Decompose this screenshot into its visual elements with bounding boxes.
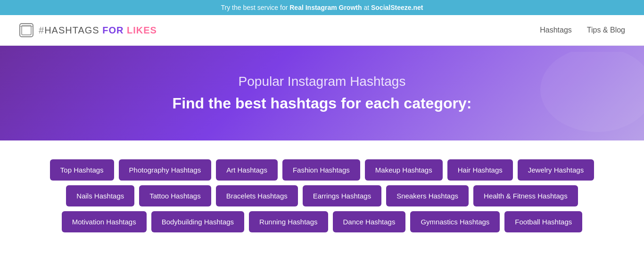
- category-button[interactable]: Dance Hashtags: [333, 211, 406, 232]
- category-button[interactable]: Photography Hashtags: [119, 159, 212, 181]
- category-button[interactable]: Tattoo Hashtags: [139, 185, 211, 206]
- logo-for: FOR: [102, 25, 127, 35]
- announcement-bar: Try the best service for Real Instagram …: [0, 0, 644, 15]
- logo-hash: #: [39, 25, 44, 35]
- category-button[interactable]: Football Hashtags: [504, 211, 582, 232]
- category-button[interactable]: Running Hashtags: [249, 211, 328, 232]
- category-button[interactable]: Motivation Hashtags: [62, 211, 147, 232]
- category-button[interactable]: Bracelets Hashtags: [216, 185, 298, 206]
- categories-grid: Top HashtagsPhotography HashtagsArt Hash…: [47, 159, 597, 232]
- nav-hashtags-link[interactable]: Hashtags: [540, 26, 572, 34]
- category-button[interactable]: Top Hashtags: [50, 159, 114, 181]
- category-button[interactable]: Nails Hashtags: [66, 185, 134, 206]
- svg-rect-1: [22, 25, 31, 35]
- announcement-text-middle: at: [362, 4, 371, 11]
- category-button[interactable]: Hair Hashtags: [447, 159, 513, 181]
- category-button[interactable]: Bodybuilding Hashtags: [151, 211, 244, 232]
- announcement-text-prefix: Try the best service for: [221, 4, 290, 11]
- logo-icon: [19, 23, 34, 38]
- logo[interactable]: #HASHTAGS FOR LIKES: [19, 23, 157, 38]
- category-button[interactable]: Sneakers Hashtags: [386, 185, 469, 206]
- logo-likes: LIKES: [127, 25, 157, 35]
- categories-section: Top HashtagsPhotography HashtagsArt Hash…: [0, 140, 644, 242]
- category-button[interactable]: Makeup Hashtags: [365, 159, 443, 181]
- category-button[interactable]: Gymnastics Hashtags: [410, 211, 500, 232]
- logo-hashtags: HASHTAGS: [44, 25, 102, 35]
- category-button[interactable]: Jewelry Hashtags: [518, 159, 594, 181]
- nav-links: Hashtags Tips & Blog: [540, 26, 625, 34]
- announcement-text-bold: Real Instagram Growth: [289, 4, 362, 11]
- category-button[interactable]: Health & Fitness Hashtags: [473, 185, 578, 206]
- hero-subtitle: Popular Instagram Hashtags: [239, 74, 406, 89]
- hero-title: Find the best hashtags for each category…: [173, 95, 472, 112]
- nav-blog-link[interactable]: Tips & Blog: [587, 26, 625, 34]
- category-button[interactable]: Earrings Hashtags: [303, 185, 381, 206]
- header: #HASHTAGS FOR LIKES Hashtags Tips & Blog: [0, 15, 644, 46]
- category-button[interactable]: Art Hashtags: [216, 159, 278, 181]
- logo-text: #HASHTAGS FOR LIKES: [39, 25, 157, 36]
- announcement-link[interactable]: SocialSteeze.net: [371, 4, 423, 11]
- category-button[interactable]: Fashion Hashtags: [282, 159, 360, 181]
- hero-section: Popular Instagram Hashtags Find the best…: [0, 46, 644, 140]
